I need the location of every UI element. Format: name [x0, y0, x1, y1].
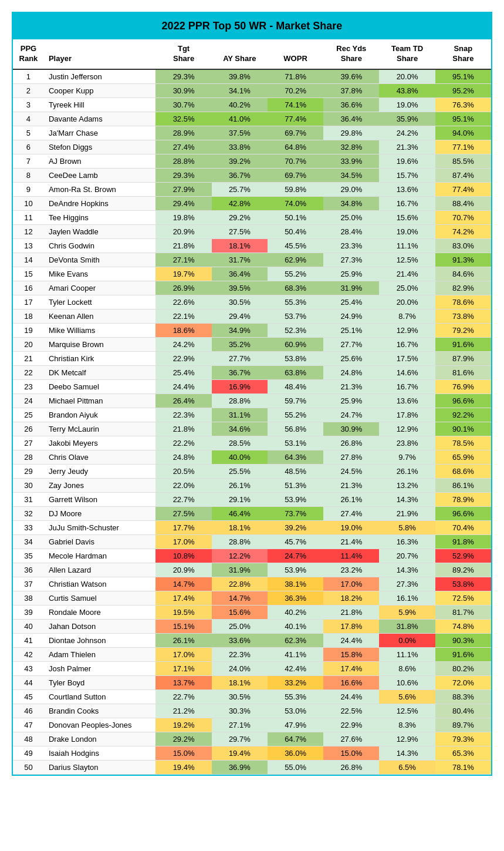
- wopr-cell: 45.7%: [268, 534, 323, 549]
- snap-share-cell: 65.9%: [435, 450, 491, 464]
- tgt-share-cell: 17.1%: [155, 661, 211, 675]
- table-row: 25 Brandon Aiyuk 22.3% 31.1% 55.2% 24.7%…: [13, 408, 491, 422]
- rec-yds-cell: 11.4%: [323, 549, 379, 563]
- tgt-share-cell: 29.3%: [155, 69, 211, 84]
- rank-cell: 32: [13, 506, 44, 520]
- table-row: 34 Gabriel Davis 17.0% 28.8% 45.7% 21.4%…: [13, 534, 491, 549]
- team-td-cell: 21.3%: [379, 140, 435, 154]
- team-td-cell: 19.0%: [379, 224, 435, 238]
- tgt-share-cell: 17.7%: [155, 520, 211, 534]
- tgt-share-cell: 27.9%: [155, 182, 211, 196]
- ay-share-cell: 19.4%: [212, 746, 268, 760]
- ay-share-cell: 39.5%: [212, 281, 268, 295]
- rank-cell: 41: [13, 633, 44, 647]
- ay-share-cell: 14.7%: [212, 591, 268, 605]
- rec-yds-cell: 15.0%: [323, 746, 379, 760]
- ay-share-cell: 35.2%: [212, 337, 268, 351]
- rank-cell: 39: [13, 605, 44, 619]
- wopr-cell: 53.0%: [268, 704, 323, 718]
- rank-cell: 28: [13, 450, 44, 464]
- snap-share-cell: 78.6%: [435, 295, 491, 309]
- table-row: 22 DK Metcalf 25.4% 36.7% 63.8% 24.8% 14…: [13, 365, 491, 379]
- table-row: 1 Justin Jefferson 29.3% 39.8% 71.8% 39.…: [13, 69, 491, 84]
- wopr-cell: 33.2%: [268, 675, 323, 689]
- ay-share-cell: 36.4%: [212, 267, 268, 281]
- wopr-cell: 62.3%: [268, 633, 323, 647]
- header-ay-share: AY Share: [212, 39, 268, 69]
- player-name-cell: DeAndre Hopkins: [44, 196, 156, 210]
- team-td-cell: 14.3%: [379, 746, 435, 760]
- tgt-share-cell: 18.6%: [155, 323, 211, 337]
- wopr-cell: 36.0%: [268, 746, 323, 760]
- team-td-cell: 19.0%: [379, 97, 435, 112]
- ay-share-cell: 18.1%: [212, 675, 268, 689]
- rank-cell: 10: [13, 196, 44, 210]
- wopr-cell: 47.9%: [268, 718, 323, 732]
- wopr-cell: 62.9%: [268, 253, 323, 267]
- ay-share-cell: 29.7%: [212, 732, 268, 746]
- snap-share-cell: 95.1%: [435, 112, 491, 126]
- table-row: 44 Tyler Boyd 13.7% 18.1% 33.2% 16.6% 10…: [13, 675, 491, 689]
- snap-share-cell: 83.0%: [435, 238, 491, 253]
- table-row: 27 Jakobi Meyers 22.2% 28.5% 53.1% 26.8%…: [13, 436, 491, 450]
- rec-yds-cell: 39.6%: [323, 69, 379, 84]
- rec-yds-cell: 17.8%: [323, 619, 379, 633]
- ay-share-cell: 25.7%: [212, 182, 268, 196]
- team-td-cell: 13.6%: [379, 182, 435, 196]
- rank-cell: 22: [13, 365, 44, 379]
- team-td-cell: 19.6%: [379, 154, 435, 168]
- team-td-cell: 13.2%: [379, 478, 435, 492]
- table-row: 23 Deebo Samuel 24.4% 16.9% 48.4% 21.3% …: [13, 379, 491, 393]
- ay-share-cell: 33.6%: [212, 633, 268, 647]
- snap-share-cell: 79.2%: [435, 323, 491, 337]
- ay-share-cell: 30.5%: [212, 689, 268, 704]
- wopr-cell: 36.3%: [268, 591, 323, 605]
- snap-share-cell: 87.4%: [435, 168, 491, 182]
- tgt-share-cell: 22.7%: [155, 689, 211, 704]
- header-wopr: WOPR: [268, 39, 323, 69]
- tgt-share-cell: 17.4%: [155, 591, 211, 605]
- wopr-cell: 74.1%: [268, 97, 323, 112]
- snap-share-cell: 74.2%: [435, 224, 491, 238]
- snap-share-cell: 90.3%: [435, 633, 491, 647]
- rank-cell: 19: [13, 323, 44, 337]
- player-name-cell: Terry McLaurin: [44, 422, 156, 436]
- wopr-cell: 39.2%: [268, 520, 323, 534]
- player-name-cell: Gabriel Davis: [44, 534, 156, 549]
- player-name-cell: Jakobi Meyers: [44, 436, 156, 450]
- tgt-share-cell: 17.0%: [155, 647, 211, 661]
- wopr-cell: 70.2%: [268, 83, 323, 97]
- player-name-cell: Amari Cooper: [44, 281, 156, 295]
- ay-share-cell: 31.9%: [212, 563, 268, 577]
- wopr-cell: 40.2%: [268, 605, 323, 619]
- rank-cell: 23: [13, 379, 44, 393]
- ay-share-cell: 22.3%: [212, 647, 268, 661]
- player-name-cell: DK Metcalf: [44, 365, 156, 379]
- snap-share-cell: 88.4%: [435, 196, 491, 210]
- team-td-cell: 6.5%: [379, 760, 435, 774]
- snap-share-cell: 53.8%: [435, 577, 491, 591]
- team-td-cell: 43.8%: [379, 83, 435, 97]
- wopr-cell: 56.8%: [268, 422, 323, 436]
- rank-cell: 11: [13, 210, 44, 224]
- rec-yds-cell: 24.9%: [323, 309, 379, 323]
- tgt-share-cell: 27.1%: [155, 253, 211, 267]
- player-name-cell: DeVonta Smith: [44, 253, 156, 267]
- player-name-cell: Courtland Sutton: [44, 689, 156, 704]
- rank-cell: 44: [13, 675, 44, 689]
- tgt-share-cell: 15.0%: [155, 746, 211, 760]
- rec-yds-cell: 31.9%: [323, 281, 379, 295]
- rank-cell: 24: [13, 393, 44, 408]
- rec-yds-cell: 21.3%: [323, 478, 379, 492]
- wopr-cell: 48.5%: [268, 464, 323, 478]
- ay-share-cell: 40.2%: [212, 97, 268, 112]
- snap-share-cell: 52.9%: [435, 549, 491, 563]
- rank-cell: 26: [13, 422, 44, 436]
- rank-cell: 15: [13, 267, 44, 281]
- table-row: 4 Davante Adams 32.5% 41.0% 77.4% 36.4% …: [13, 112, 491, 126]
- table-row: 36 Allen Lazard 20.9% 31.9% 53.9% 23.2% …: [13, 563, 491, 577]
- player-name-cell: Isaiah Hodgins: [44, 746, 156, 760]
- snap-share-cell: 78.1%: [435, 760, 491, 774]
- wopr-cell: 55.0%: [268, 760, 323, 774]
- rank-cell: 40: [13, 619, 44, 633]
